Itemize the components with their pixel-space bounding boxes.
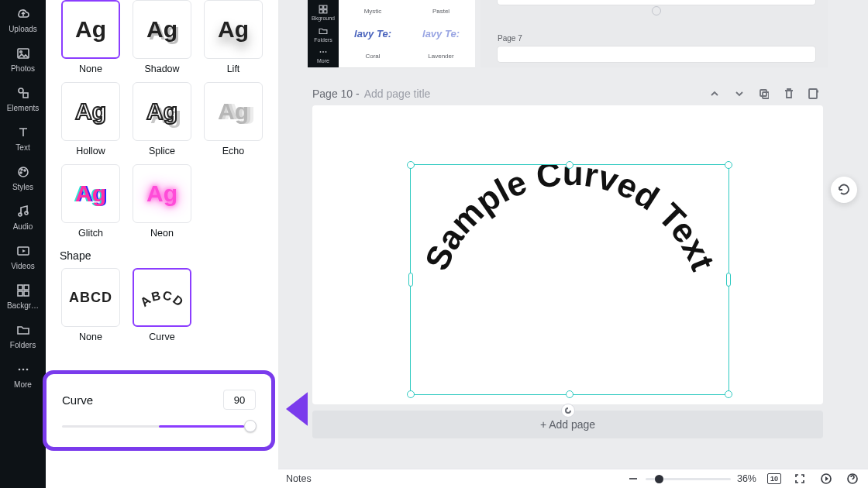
- palette-item[interactable]: Pastel: [407, 0, 475, 22]
- effects-grid: AgNoneAgShadowAgLiftAgHollowAgSpliceAgEc…: [60, 0, 264, 239]
- palette-item[interactable]: lavy Te:: [339, 22, 407, 45]
- effect-swatch[interactable]: Ag: [204, 82, 263, 141]
- svg-text:ABCD: ABCD: [137, 287, 187, 309]
- svg-rect-20: [324, 5, 327, 9]
- shape-none[interactable]: ABCDNone: [60, 268, 122, 342]
- fullscreen-button[interactable]: [792, 471, 808, 486]
- rail-item-uploads[interactable]: Uploads: [0, 0, 46, 40]
- chevron-up-icon: [708, 88, 719, 100]
- strip-item-folders[interactable]: Folders: [314, 26, 332, 43]
- zoom-value: 36%: [737, 473, 756, 484]
- svg-rect-11: [18, 285, 22, 290]
- effect-none[interactable]: AgNone: [60, 0, 122, 74]
- shape-swatch[interactable]: ABCD: [133, 268, 191, 327]
- effect-shadow[interactable]: AgShadow: [131, 0, 193, 74]
- zoom-control[interactable]: 36%: [627, 473, 756, 485]
- svg-point-9: [25, 211, 28, 215]
- shape-swatch[interactable]: ABCD: [61, 268, 120, 327]
- rail-item-photos[interactable]: Photos: [0, 40, 46, 79]
- thumbnail-card[interactable]: [498, 46, 815, 62]
- effect-neon[interactable]: AgNeon: [131, 164, 193, 239]
- page-number: Page 10 -: [312, 88, 360, 100]
- rail-item-audio[interactable]: Audio: [0, 198, 46, 237]
- svg-rect-3: [23, 93, 28, 98]
- selection-box[interactable]: Sample Curved Text: [410, 164, 729, 395]
- effect-swatch[interactable]: Ag: [133, 82, 191, 141]
- collapse-down-button[interactable]: [728, 84, 749, 104]
- effect-lift[interactable]: AgLift: [202, 0, 264, 74]
- svg-point-16: [22, 369, 24, 371]
- palette-item[interactable]: Lavender: [407, 45, 475, 67]
- zoom-slider[interactable]: [646, 478, 731, 480]
- effect-swatch[interactable]: Ag: [133, 0, 191, 59]
- help-button[interactable]: [845, 471, 860, 486]
- thumbnail-card[interactable]: [498, 0, 815, 5]
- effect-label: Glitch: [78, 228, 103, 239]
- svg-point-17: [26, 369, 28, 371]
- resize-handle[interactable]: [566, 161, 574, 169]
- curve-value-input[interactable]: [223, 390, 256, 410]
- rail-item-backgr[interactable]: Backgr…: [0, 277, 46, 316]
- rail-item-styles[interactable]: Styles: [0, 158, 46, 198]
- effect-swatch[interactable]: Ag: [61, 0, 120, 59]
- style-palette: Mystic Pastel lavy Te: lavy Te: Coral La…: [339, 0, 475, 67]
- page-thumbnails: Page 7: [480, 0, 828, 67]
- effect-splice[interactable]: AgSplice: [131, 82, 193, 156]
- rail-item-videos[interactable]: Videos: [0, 237, 46, 277]
- refresh-fab[interactable]: [831, 177, 857, 203]
- effect-label: None: [79, 64, 102, 74]
- resize-handle[interactable]: [408, 273, 413, 287]
- strip-item-more[interactable]: More: [317, 46, 329, 64]
- effect-swatch[interactable]: Ag: [61, 82, 120, 141]
- grid-view-button[interactable]: 10: [767, 473, 781, 484]
- palette-item[interactable]: Mystic: [339, 0, 407, 22]
- effect-label: Hollow: [76, 146, 105, 156]
- svg-text:Sample Curved Text: Sample Curved Text: [417, 165, 722, 276]
- new-page-button[interactable]: [803, 84, 823, 104]
- help-icon: [846, 473, 859, 485]
- image-icon: [16, 46, 31, 61]
- resize-handle[interactable]: [566, 390, 574, 398]
- effect-swatch[interactable]: Ag: [204, 0, 263, 59]
- effect-hollow[interactable]: AgHollow: [60, 82, 122, 156]
- resize-handle[interactable]: [407, 161, 415, 169]
- palette-item[interactable]: Coral: [339, 45, 407, 67]
- palette-item[interactable]: lavy Te:: [407, 22, 475, 45]
- duplicate-page-button[interactable]: [753, 84, 773, 104]
- rail-item-elements[interactable]: Elements: [0, 79, 46, 119]
- zoom-handle[interactable]: [655, 475, 663, 483]
- resize-handle[interactable]: [407, 390, 415, 398]
- shape-curve[interactable]: ABCDCurve: [131, 268, 193, 342]
- canvas-page[interactable]: Sample Curved Text: [312, 105, 823, 404]
- folder-icon: [16, 322, 31, 338]
- page-title-input[interactable]: Add page title: [364, 88, 431, 100]
- effect-echo[interactable]: AgEcho: [202, 82, 264, 156]
- add-page-button[interactable]: + Add page: [312, 411, 823, 438]
- effect-swatch[interactable]: Ag: [133, 164, 191, 223]
- collapse-up-button[interactable]: [704, 84, 724, 104]
- svg-point-7: [20, 172, 22, 174]
- video-icon: [16, 243, 31, 259]
- present-button[interactable]: [818, 471, 834, 486]
- effect-swatch[interactable]: Ag: [61, 164, 120, 223]
- delete-page-button[interactable]: [778, 84, 798, 104]
- svg-point-5: [21, 169, 22, 170]
- curved-text[interactable]: Sample Curved Text: [411, 165, 728, 395]
- resize-handle[interactable]: [725, 161, 732, 169]
- slider-fill: [159, 425, 244, 428]
- effect-glitch[interactable]: AgGlitch: [60, 164, 122, 239]
- minus-icon[interactable]: [627, 473, 639, 485]
- svg-point-23: [320, 51, 322, 53]
- slider-handle[interactable]: [244, 420, 257, 432]
- curve-slider[interactable]: [62, 421, 256, 431]
- rail-item-folders[interactable]: Folders: [0, 316, 46, 356]
- resize-handle[interactable]: [726, 273, 731, 287]
- svg-point-25: [326, 51, 327, 53]
- strip-item-bkground[interactable]: Bkground: [312, 4, 335, 21]
- notes-button[interactable]: Notes: [286, 473, 312, 484]
- thumbnail-label: Page 7: [498, 34, 522, 43]
- rail-item-text[interactable]: Text: [0, 119, 46, 158]
- resize-handle[interactable]: [725, 390, 732, 398]
- rail-item-more[interactable]: More: [0, 356, 46, 395]
- svg-point-1: [19, 51, 22, 53]
